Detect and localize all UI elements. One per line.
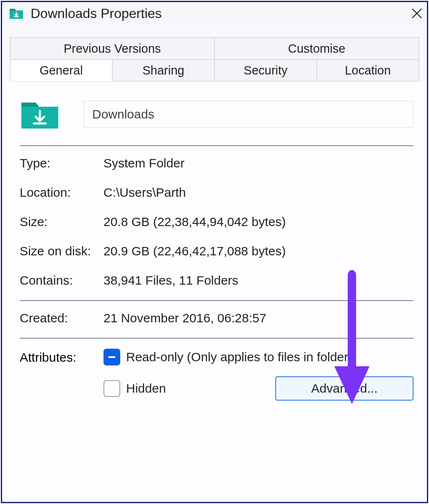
titlebar: Downloads Properties [2,2,427,25]
tabs-container: Previous Versions Customise General Shar… [2,25,427,82]
tab-location[interactable]: Location [317,59,419,81]
contains-label: Contains: [20,273,103,288]
readonly-label: Read-only (Only applies to files in fold… [126,350,352,364]
size-label: Size: [20,215,103,229]
window-title: Downloads Properties [31,6,408,21]
hidden-label: Hidden [126,381,166,396]
created-value: 21 November 2016, 06:28:57 [103,311,413,325]
created-label: Created: [20,311,103,325]
divider [20,338,413,339]
created-row: Created: 21 November 2016, 06:28:57 [20,311,413,325]
readonly-checkbox[interactable] [103,349,120,365]
sizeondisk-value: 20.9 GB (22,46,42,17,088 bytes) [103,244,413,258]
type-label: Type: [20,156,103,170]
location-label: Location: [20,185,103,200]
size-value: 20.8 GB (22,38,44,94,042 bytes) [103,215,413,229]
tab-sharing[interactable]: Sharing [112,59,214,81]
sizeondisk-label: Size on disk: [20,244,103,258]
downloads-folder-large-icon [20,98,60,130]
contains-value: 38,941 Files, 11 Folders [103,273,413,288]
tab-previous-versions[interactable]: Previous Versions [10,38,214,59]
divider [20,300,413,301]
properties-dialog: Downloads Properties Previous Versions C… [1,1,428,503]
divider [20,145,413,146]
type-value: System Folder [103,156,413,170]
close-icon[interactable] [408,5,425,22]
location-value: C:\Users\Parth [103,185,413,200]
tab-security[interactable]: Security [214,59,317,81]
downloads-folder-titlebar-icon [8,5,25,22]
attributes-section: Attributes: Read-only (Only applies to f… [20,349,413,411]
tab-customise[interactable]: Customise [214,38,419,59]
folder-name-input[interactable]: Downloads [83,101,413,128]
general-tab-content: Downloads Type: System Folder Location: … [2,82,427,502]
info-grid: Type: System Folder Location: C:\Users\P… [20,156,413,288]
hidden-checkbox[interactable] [103,380,120,397]
advanced-button[interactable]: Advanced... [275,376,413,401]
attributes-label: Attributes: [20,349,103,365]
tab-general[interactable]: General [10,59,112,81]
